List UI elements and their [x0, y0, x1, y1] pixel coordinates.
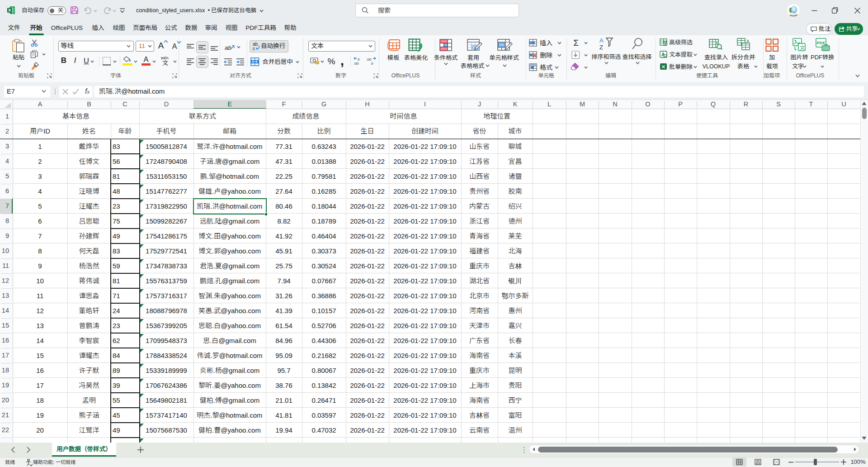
svg-text:文: 文 — [800, 43, 805, 51]
svg-text:.00: .00 — [366, 57, 372, 62]
svg-text:A: A — [599, 37, 604, 44]
svg-text:ab: ab — [225, 44, 231, 51]
svg-text:c: c — [253, 46, 255, 51]
svg-text:.00: .00 — [354, 62, 359, 65]
svg-text:Z: Z — [599, 44, 603, 51]
svg-text:0: 0 — [371, 62, 373, 65]
svg-text:0: 0 — [358, 57, 360, 62]
svg-text:文: 文 — [162, 58, 168, 66]
